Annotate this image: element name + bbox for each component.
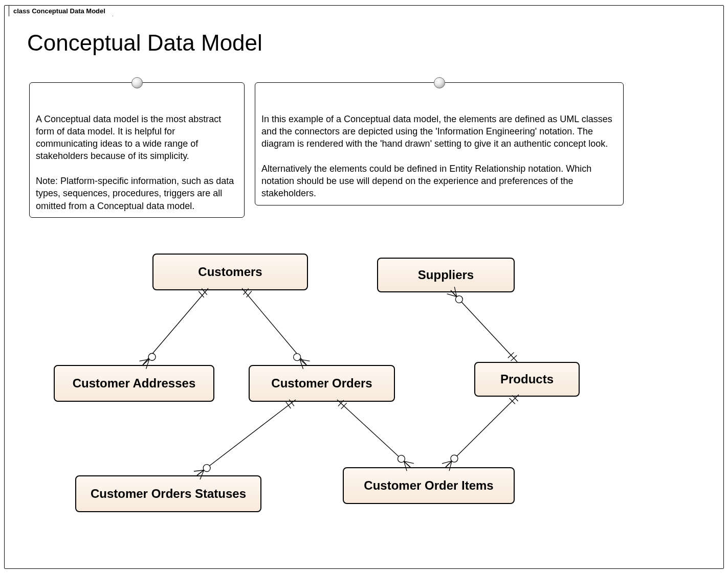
entity-customer-orders[interactable]: Customer Orders [249, 365, 395, 402]
diagram-tab: class Conceptual Data Model [9, 5, 113, 16]
entity-customer-addresses[interactable]: Customer Addresses [54, 365, 214, 402]
entity-suppliers[interactable]: Suppliers [377, 258, 515, 292]
svg-line-4 [143, 359, 149, 365]
svg-line-27 [404, 457, 414, 467]
svg-line-5 [139, 355, 149, 365]
entity-customers[interactable]: Customers [152, 254, 308, 290]
svg-point-2 [147, 352, 157, 362]
svg-point-8 [292, 352, 302, 362]
note-left: A Conceptual data model is the most abst… [29, 82, 245, 218]
svg-line-9 [300, 355, 310, 365]
svg-line-22 [197, 470, 204, 475]
svg-line-1 [198, 291, 204, 297]
note-right: In this example of a Conceptual data mod… [255, 82, 624, 205]
svg-line-25 [341, 403, 347, 409]
svg-line-19 [286, 402, 291, 408]
entity-customer-order-items[interactable]: Customer Order Items [343, 467, 515, 504]
svg-line-17 [508, 352, 514, 358]
pin-icon [131, 77, 143, 88]
diagram-title: Conceptual Data Model [27, 30, 262, 56]
diagram-frame: class Conceptual Data Model Conceptual D… [0, 0, 728, 573]
entity-products[interactable]: Products [474, 362, 580, 397]
svg-point-32 [449, 453, 459, 464]
rel-customers-orders [242, 288, 306, 365]
svg-line-28 [404, 461, 410, 467]
svg-line-10 [300, 359, 306, 365]
diagram-border: class Conceptual Data Model Conceptual D… [4, 5, 724, 569]
svg-point-26 [396, 454, 407, 464]
svg-line-31 [510, 398, 515, 404]
svg-point-20 [202, 463, 212, 473]
pin-icon [434, 77, 445, 88]
note-left-text: A Conceptual data model is the most abst… [36, 114, 234, 211]
svg-line-16 [511, 355, 517, 361]
rel-orders-statuses [197, 400, 296, 475]
rel-customers-addresses [143, 288, 208, 365]
rel-suppliers-products [451, 290, 517, 362]
rel-orders-items [337, 400, 410, 467]
rel-products-items [446, 395, 519, 467]
svg-line-7 [247, 291, 252, 297]
svg-line-34 [446, 461, 452, 467]
svg-line-35 [442, 457, 452, 467]
card-one [508, 352, 517, 361]
entity-customer-orders-statuses[interactable]: Customer Orders Statuses [75, 475, 261, 512]
svg-point-12 [454, 294, 464, 305]
note-right-text: In this example of a Conceptual data mod… [261, 114, 612, 199]
svg-line-23 [194, 466, 204, 475]
